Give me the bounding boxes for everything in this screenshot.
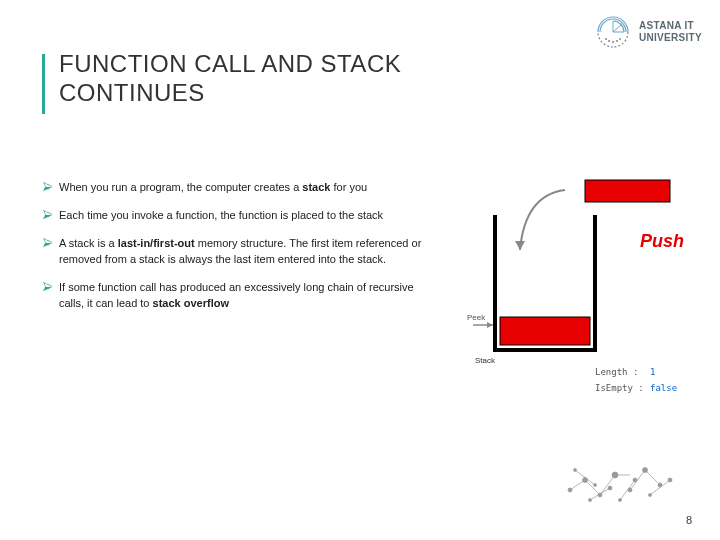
stack-diagram: Push Peek Stack Length : 1 IsEmpty : fal… — [465, 175, 690, 410]
bullet-item: ⮚ A stack is a last-in/first-out memory … — [42, 236, 422, 268]
svg-marker-9 — [487, 322, 493, 328]
bullet-icon: ⮚ — [42, 280, 53, 296]
peek-label: Peek — [467, 313, 486, 322]
svg-line-14 — [630, 470, 645, 490]
svg-line-11 — [585, 480, 600, 495]
logo-line1: ASTANA IT — [639, 20, 702, 32]
bullet-text: If some function call has produced an ex… — [59, 280, 422, 312]
svg-point-32 — [668, 478, 672, 482]
svg-marker-8 — [515, 241, 525, 250]
svg-point-24 — [628, 488, 632, 492]
content-area: ⮚ When you run a program, the computer c… — [42, 180, 422, 324]
isempty-value: false — [650, 383, 677, 393]
isempty-label: IsEmpty : — [595, 383, 644, 393]
page-title: FUNCTION CALL AND STACK CONTINUES — [59, 50, 459, 108]
svg-point-6 — [616, 40, 618, 42]
svg-point-28 — [608, 486, 612, 490]
length-label: Length : — [595, 367, 638, 377]
title-accent-bar — [42, 54, 45, 114]
svg-point-29 — [619, 499, 622, 502]
bullet-icon: ⮚ — [42, 208, 53, 224]
svg-point-7 — [619, 38, 621, 40]
bullet-item: ⮚ When you run a program, the computer c… — [42, 180, 422, 196]
svg-point-22 — [598, 493, 602, 497]
bullet-text: Each time you invoke a function, the fun… — [59, 208, 383, 224]
svg-point-33 — [574, 469, 577, 472]
svg-point-3 — [605, 38, 607, 40]
svg-point-26 — [658, 483, 662, 487]
university-logo: ASTANA IT UNIVERSITY — [595, 14, 702, 50]
bullet-text: When you run a program, the computer cre… — [59, 180, 367, 196]
svg-line-17 — [620, 480, 635, 500]
push-block — [585, 180, 670, 202]
bullet-icon: ⮚ — [42, 236, 53, 252]
svg-line-12 — [600, 475, 615, 495]
svg-line-15 — [645, 470, 660, 485]
logo-icon — [595, 14, 631, 50]
svg-point-20 — [568, 488, 572, 492]
logo-text: ASTANA IT UNIVERSITY — [639, 20, 702, 44]
svg-point-5 — [612, 41, 614, 43]
length-value: 1 — [650, 367, 655, 377]
title-block: FUNCTION CALL AND STACK CONTINUES — [42, 50, 459, 114]
svg-point-25 — [643, 468, 648, 473]
svg-point-34 — [594, 484, 597, 487]
svg-point-23 — [612, 472, 618, 478]
push-label: Push — [640, 231, 684, 251]
svg-point-31 — [649, 494, 652, 497]
page-number: 8 — [686, 514, 692, 526]
push-arrow — [520, 190, 565, 250]
bullet-item: ⮚ Each time you invoke a function, the f… — [42, 208, 422, 224]
bullet-item: ⮚ If some function call has produced an … — [42, 280, 422, 312]
svg-point-21 — [583, 478, 588, 483]
svg-point-27 — [589, 499, 592, 502]
svg-point-30 — [633, 478, 637, 482]
logo-line2: UNIVERSITY — [639, 32, 702, 44]
svg-line-18 — [650, 480, 670, 495]
network-decoration-icon — [560, 450, 680, 510]
bullet-text: A stack is a last-in/first-out memory st… — [59, 236, 422, 268]
svg-point-4 — [608, 40, 610, 42]
svg-line-1 — [613, 25, 621, 32]
stack-item — [500, 317, 590, 345]
stack-label: Stack — [475, 356, 496, 365]
bullet-icon: ⮚ — [42, 180, 53, 196]
